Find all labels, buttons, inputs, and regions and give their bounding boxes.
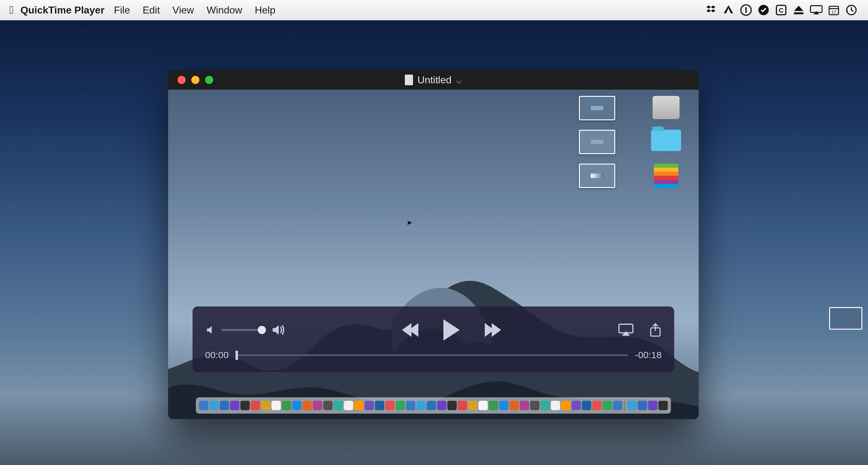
dock-app[interactable] [540,401,550,410]
dock-app[interactable] [427,401,436,410]
dock-app[interactable] [385,401,395,410]
volume-low-icon [205,324,216,336]
desktop-folder[interactable] [641,130,691,158]
dock-app[interactable] [313,401,322,410]
menu-file[interactable]: File [114,4,130,16]
dock-app[interactable] [551,401,560,410]
dropbox-icon[interactable] [704,3,718,17]
chevron-down-icon[interactable]: ⌵ [456,74,462,86]
document-proxy-icon [405,74,413,85]
dock-app[interactable] [365,401,374,410]
app-menu[interactable]: QuickTime Player [20,4,104,16]
dock-app[interactable] [613,401,622,410]
window-title: Untitled [417,74,452,86]
volume-control [205,323,285,337]
airplay-button[interactable] [618,323,633,336]
dock-app[interactable] [572,401,581,410]
minimize-button[interactable] [191,76,199,84]
dock-app[interactable] [210,401,219,410]
recorded-desktop-icons [559,96,691,192]
dock-app[interactable] [199,401,209,410]
recorded-dock [196,397,671,413]
dock-app[interactable] [561,401,571,410]
dock-app[interactable] [261,401,271,410]
app-c-icon[interactable]: C [774,3,788,17]
recording-preview: ➤ [168,90,699,419]
play-button[interactable] [443,319,460,341]
desktop-drive[interactable] [641,96,691,124]
dock-app[interactable] [406,401,415,410]
dock-app[interactable] [478,401,488,410]
menu-view[interactable]: View [173,4,194,16]
dock-app[interactable] [648,401,658,410]
dock-app[interactable] [396,401,405,410]
svg-text:C: C [779,7,783,14]
sync-ok-icon[interactable] [756,3,771,17]
menu-window[interactable]: Window [207,4,242,16]
dock-app[interactable] [354,401,364,410]
google-drive-icon[interactable] [721,3,736,17]
dock-app[interactable] [458,401,467,410]
menu-help[interactable]: Help [255,4,275,16]
onepassword-menubar-icon[interactable] [739,3,753,17]
dock-app[interactable] [282,401,291,410]
dock-app[interactable] [638,401,647,410]
dock-app[interactable] [592,401,602,410]
playhead[interactable] [236,351,238,360]
dock-app[interactable] [627,401,637,410]
fast-forward-button[interactable] [485,323,501,337]
dock-app[interactable] [251,401,260,410]
dock-app[interactable] [447,401,457,410]
dock-app[interactable] [241,401,250,410]
volume-slider[interactable] [221,329,265,331]
volume-knob[interactable] [258,326,266,334]
traffic-lights [178,76,213,84]
desktop-screenshot-1[interactable] [559,96,635,124]
time-elapsed: 00:00 [205,350,228,360]
dock-app[interactable] [334,401,343,410]
svg-text:17: 17 [831,10,836,14]
dock-app[interactable] [658,401,668,410]
date-icon[interactable]: 17 [827,3,841,17]
dock-app[interactable] [220,401,229,410]
dock-app[interactable] [530,401,540,410]
desktop-screenshot-3[interactable] [559,164,635,192]
mouse-cursor-icon: ➤ [406,219,412,227]
dock-app[interactable] [603,401,612,410]
player-controls-overlay: 00:00 -00:18 [192,306,674,372]
dock-app[interactable] [509,401,519,410]
rewind-button[interactable] [402,323,418,337]
dock-app[interactable] [520,401,529,410]
dock-app[interactable] [230,401,240,410]
eject-icon[interactable] [792,3,806,17]
desktop-screenshot-2[interactable] [559,130,635,158]
svg-rect-1 [745,7,747,13]
menubar:  QuickTime Player File Edit View Window… [0,0,868,20]
dock-app[interactable] [344,401,353,410]
dock-app[interactable] [437,401,446,410]
dock-app[interactable] [499,401,508,410]
desktop-apple-logo[interactable] [641,164,691,192]
window-titlebar[interactable]: Untitled ⌵ [168,70,699,90]
host-desktop-icon[interactable] [829,307,862,330]
close-button[interactable] [178,76,186,84]
dock-app[interactable] [416,401,426,410]
rainbow-apple-icon [654,164,678,188]
dock-app[interactable] [323,401,333,410]
zoom-button[interactable] [205,76,213,84]
dock-app[interactable] [375,401,384,410]
airplay-icon[interactable] [809,3,824,17]
time-remaining: -00:18 [635,350,662,360]
menu-edit[interactable]: Edit [143,4,160,16]
dock-app[interactable] [582,401,591,410]
dock-app[interactable] [303,401,312,410]
volume-high-icon [270,323,285,337]
dock-app[interactable] [468,401,477,410]
dock-app[interactable] [272,401,281,410]
progress-track[interactable] [236,355,628,356]
dock-app[interactable] [292,401,302,410]
time-machine-icon[interactable] [844,3,859,17]
dock-app[interactable] [489,401,498,410]
share-button[interactable] [649,323,662,337]
apple-menu-icon[interactable]:  [9,3,13,16]
